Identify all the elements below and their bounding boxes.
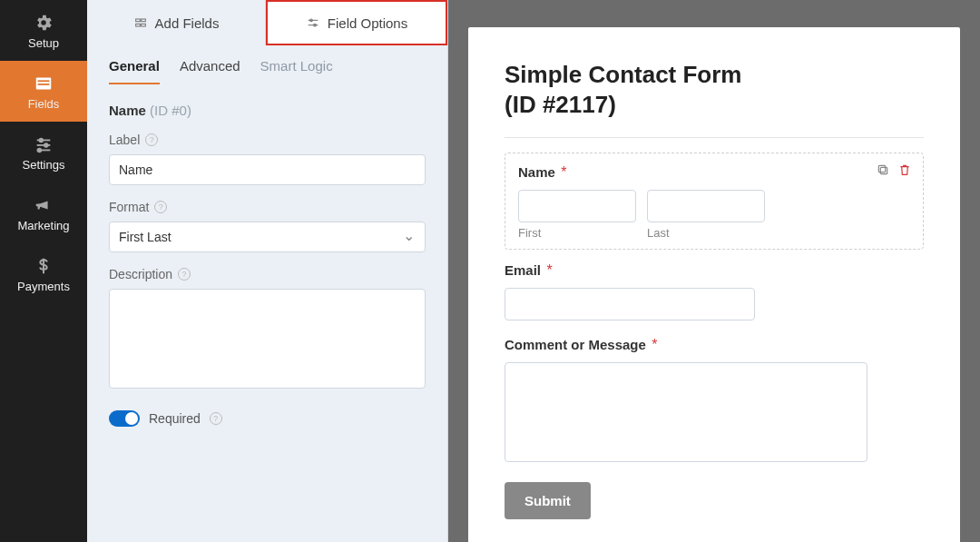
nav-label: Fields — [28, 97, 60, 111]
dollar-icon — [34, 256, 54, 276]
format-title: Format — [109, 200, 149, 214]
form-label: Format ? — [109, 200, 426, 214]
name-label: Name — [518, 164, 555, 180]
svg-point-8 — [38, 149, 42, 153]
svg-rect-11 — [135, 24, 140, 26]
megaphone-icon — [34, 195, 54, 215]
submit-button[interactable]: Submit — [505, 482, 591, 519]
email-input[interactable] — [505, 288, 755, 320]
subtab-advanced[interactable]: Advanced — [180, 58, 240, 84]
field-actions — [876, 163, 912, 177]
required-row: Required ? — [87, 392, 447, 445]
preview-area: Simple Contact Form (ID #2117) Name * Fi… — [448, 0, 980, 542]
required-toggle[interactable] — [109, 410, 140, 427]
help-icon[interactable]: ? — [178, 268, 191, 281]
email-field[interactable]: Email * — [505, 262, 924, 320]
nav-label: Payments — [17, 280, 70, 293]
nav-item-setup[interactable]: Setup — [0, 0, 87, 61]
tab-add-fields[interactable]: Add Fields — [87, 0, 266, 45]
tab-label: Add Fields — [155, 15, 220, 31]
divider — [505, 137, 924, 138]
field-header: Name (ID #0) — [87, 84, 447, 118]
nav-item-marketing[interactable]: Marketing — [0, 182, 87, 243]
trash-icon[interactable] — [897, 163, 912, 177]
svg-rect-9 — [135, 19, 140, 22]
sliders-icon — [34, 134, 54, 154]
message-label: Comment or Message — [505, 337, 646, 352]
nav-item-payments[interactable]: Payments — [0, 243, 87, 304]
nav-label: Marketing — [17, 219, 69, 232]
svg-rect-1 — [38, 80, 50, 82]
nav-sidebar: Setup Fields Settings Marketing Payments — [0, 0, 87, 542]
required-mark: * — [546, 262, 552, 278]
format-select-wrap: First Last — [109, 222, 426, 252]
form-icon — [34, 74, 54, 94]
label-title: Label — [109, 133, 140, 147]
sliders-icon — [306, 15, 320, 30]
help-icon[interactable]: ? — [145, 133, 158, 146]
description-title: Description — [109, 267, 172, 281]
email-label: Email — [505, 262, 541, 278]
field-id: (ID #0) — [150, 103, 191, 118]
first-sublabel: First — [518, 226, 636, 240]
help-icon[interactable]: ? — [210, 412, 222, 425]
panel-tabs: Add Fields Field Options — [87, 0, 447, 45]
message-textarea[interactable] — [505, 362, 867, 462]
options-panel: Add Fields Field Options General Advance… — [87, 0, 448, 542]
nav-item-fields[interactable]: Fields — [0, 61, 87, 122]
name-field[interactable]: Name * First Last — [505, 153, 924, 250]
description-textarea[interactable] — [109, 289, 426, 389]
duplicate-icon[interactable] — [876, 163, 890, 177]
name-row: First Last — [518, 190, 910, 240]
svg-rect-12 — [141, 24, 145, 26]
subtab-smart-logic[interactable]: Smart Logic — [260, 58, 333, 84]
svg-rect-17 — [880, 167, 887, 173]
first-input[interactable] — [518, 190, 636, 222]
help-icon[interactable]: ? — [154, 201, 167, 213]
svg-point-6 — [44, 143, 48, 147]
form-label: Label ? — [109, 133, 426, 147]
format-group: Format ? First Last — [87, 185, 447, 252]
grid-icon — [133, 15, 148, 30]
subtab-general[interactable]: General — [109, 58, 160, 84]
description-group: Description ? — [87, 252, 447, 392]
svg-rect-18 — [878, 165, 885, 172]
label-group: Label ? — [87, 118, 447, 185]
gear-icon — [34, 13, 54, 33]
title-line1: Simple Contact Form — [505, 61, 741, 88]
svg-point-4 — [39, 139, 43, 143]
last-input[interactable] — [647, 190, 765, 222]
last-name-col: Last — [647, 190, 765, 240]
format-select[interactable]: First Last — [109, 222, 426, 252]
nav-item-settings[interactable]: Settings — [0, 122, 87, 182]
form-label: Description ? — [109, 267, 426, 281]
title-line2: (ID #2117) — [505, 91, 616, 118]
tab-field-options[interactable]: Field Options — [266, 0, 447, 45]
required-mark: * — [652, 337, 657, 352]
tab-label: Field Options — [328, 15, 407, 31]
field-name: Name — [109, 103, 146, 118]
message-field[interactable]: Comment or Message * — [505, 337, 924, 466]
sub-tabs: General Advanced Smart Logic — [87, 45, 447, 84]
label-input[interactable] — [109, 154, 426, 185]
nav-label: Settings — [23, 158, 65, 172]
form-title: Simple Contact Form (ID #2117) — [505, 60, 924, 119]
nav-label: Setup — [28, 36, 59, 50]
last-sublabel: Last — [647, 226, 765, 240]
svg-rect-2 — [38, 84, 50, 85]
required-label: Required — [149, 411, 201, 426]
svg-rect-10 — [141, 19, 145, 22]
first-name-col: First — [518, 190, 636, 240]
form-card: Simple Contact Form (ID #2117) Name * Fi… — [468, 27, 960, 542]
required-mark: * — [561, 164, 566, 180]
